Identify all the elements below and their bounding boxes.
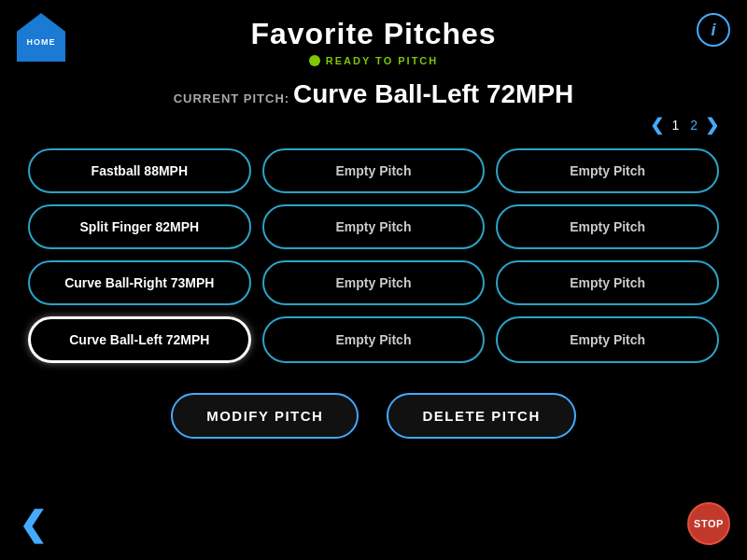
ready-text: READY TO PITCH (326, 55, 439, 66)
pitch-button-p2[interactable]: Empty Pitch (262, 148, 486, 193)
pitch-button-p4[interactable]: Split Finger 82MPH (28, 204, 251, 249)
delete-pitch-button[interactable]: DELETE PITCH (387, 393, 575, 439)
prev-page-arrow[interactable]: ❮ (650, 115, 664, 135)
page-header: Favorite Pitches READY TO PITCH (0, 0, 747, 70)
pitch-button-p11[interactable]: Empty Pitch (262, 316, 486, 363)
page-1[interactable]: 1 (668, 118, 683, 133)
pitch-button-p9[interactable]: Empty Pitch (496, 260, 719, 305)
page-title: Favorite Pitches (0, 17, 747, 51)
pitch-button-p10[interactable]: Curve Ball-Left 72MPH (28, 316, 251, 363)
pitch-button-p3[interactable]: Empty Pitch (496, 148, 719, 193)
pitch-button-p7[interactable]: Curve Ball-Right 73MPH (28, 260, 251, 305)
current-pitch-label: CURRENT PITCH: (174, 91, 290, 105)
stop-label: STOP (694, 518, 724, 529)
pitch-button-p8[interactable]: Empty Pitch (262, 260, 486, 305)
pitch-button-p6[interactable]: Empty Pitch (496, 204, 719, 249)
pitch-button-p5[interactable]: Empty Pitch (262, 204, 486, 249)
next-page-arrow[interactable]: ❯ (705, 115, 719, 135)
stop-button[interactable]: STOP (687, 502, 730, 545)
pagination: ❮ 1 2 ❯ (0, 115, 747, 135)
ready-badge: READY TO PITCH (309, 55, 439, 66)
bottom-actions: MODIFY PITCH DELETE PITCH (0, 393, 747, 439)
pitch-button-p1[interactable]: Fastball 88MPH (28, 148, 251, 193)
ready-dot (309, 55, 320, 66)
pitch-button-p12[interactable]: Empty Pitch (496, 316, 719, 363)
back-arrow[interactable]: ❮ (19, 508, 47, 541)
pitch-grid: Fastball 88MPHEmpty PitchEmpty PitchSpli… (0, 139, 747, 372)
current-pitch-row: CURRENT PITCH: Curve Ball-Left 72MPH (0, 79, 747, 109)
modify-pitch-button[interactable]: MODIFY PITCH (171, 393, 359, 439)
current-pitch-value: Curve Ball-Left 72MPH (293, 79, 573, 108)
page-2[interactable]: 2 (686, 118, 701, 133)
